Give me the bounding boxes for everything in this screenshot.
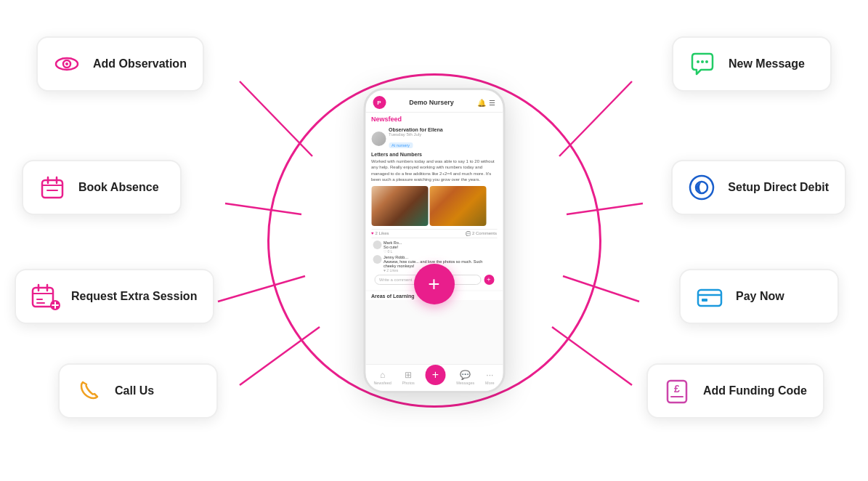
call-us-icon-container (73, 375, 105, 407)
footer-messages-label: Messages (456, 381, 474, 385)
bank-icon (686, 171, 718, 203)
funding-icon: £ (661, 375, 693, 407)
phone-title: Demo Nursery (409, 99, 454, 106)
footer-add-button[interactable]: + (425, 365, 445, 385)
card-request-session[interactable]: Request Extra Session (15, 269, 214, 324)
svg-text:£: £ (674, 383, 680, 395)
newsfeed-label: Newsfeed (365, 113, 503, 124)
photos-icon: ⊞ (405, 370, 412, 380)
obs-image-2 (429, 186, 486, 226)
add-observation-label: Add Observation (93, 57, 187, 70)
add-observation-icon-container (51, 48, 83, 80)
footer-newsfeed-label: Newsfeed (373, 381, 391, 385)
phone-footer: ⌂ Newsfeed ⊞ Photos + 💬 Messages ··· Mor… (365, 364, 503, 391)
svg-point-28 (690, 176, 713, 199)
phone-body: Newsfeed Observation for Ellena Tuesday … (365, 113, 503, 364)
obs-image-1 (371, 186, 428, 226)
calendar-extra-icon (29, 280, 61, 312)
comment-avatar-2 (373, 255, 381, 264)
book-absence-label: Book Absence (78, 181, 159, 194)
svg-rect-30 (698, 290, 721, 306)
eye-icon (52, 49, 81, 78)
comment-avatar-1 (373, 240, 381, 249)
comment-like-1: ♡ 0 L (384, 249, 402, 254)
heart-icon: ♥ (371, 231, 374, 235)
svg-point-26 (701, 60, 704, 63)
comment-icon: 💬 (466, 231, 471, 236)
new-message-icon-container (686, 48, 718, 80)
message-icon (688, 49, 717, 78)
footer-photos-label: Photos (402, 381, 415, 385)
card-call-us[interactable]: Call Us (58, 363, 218, 419)
pay-now-icon-container (694, 280, 726, 312)
new-message-label: New Message (729, 57, 805, 70)
calendar-icon (38, 173, 67, 202)
footer-more[interactable]: ··· More (485, 370, 495, 385)
menu-icon: ☰ (489, 99, 495, 107)
pay-now-label: Pay Now (736, 290, 784, 303)
messages-icon: 💬 (460, 370, 471, 380)
setup-debit-label: Setup Direct Debit (728, 181, 829, 194)
comments-count: 2 Comments (472, 231, 497, 235)
comment-send-button[interactable]: + (484, 275, 494, 285)
comment-1: Mark Ro... So cute! ♡ 0 L (373, 240, 495, 254)
svg-point-27 (705, 60, 708, 63)
more-icon: ··· (486, 370, 493, 380)
svg-rect-16 (33, 288, 53, 307)
svg-point-25 (697, 60, 699, 63)
funding-code-label: Add Funding Code (703, 384, 807, 397)
app-logo: P (373, 96, 386, 109)
card-funding-code[interactable]: £ Add Funding Code (646, 363, 824, 419)
footer-messages[interactable]: 💬 Messages (456, 370, 474, 385)
card-book-absence[interactable]: Book Absence (22, 160, 182, 215)
obs-avatar (371, 132, 386, 146)
obs-title: Letters and Numbers (371, 152, 497, 157)
obs-name: Observation for Ellena (389, 127, 497, 132)
bell-icon: 🔔 (477, 99, 486, 107)
card-new-message[interactable]: New Message (672, 36, 832, 92)
card-pay-now[interactable]: Pay Now (679, 269, 839, 324)
call-us-label: Call Us (115, 384, 154, 397)
likes-action[interactable]: ♥ 2 Likes (371, 231, 389, 236)
setup-debit-icon-container (686, 171, 718, 203)
svg-rect-32 (702, 299, 707, 302)
phone-mockup: P Demo Nursery 🔔 ☰ Newsfeed Observation … (363, 88, 505, 393)
obs-text: Worked with numbers today and was able t… (371, 158, 497, 183)
card-setup-debit[interactable]: Setup Direct Debit (671, 160, 846, 215)
book-absence-icon-container (36, 171, 68, 203)
comment-author-1: Mark Ro... (384, 240, 402, 245)
footer-newsfeed[interactable]: ⌂ Newsfeed (373, 370, 391, 385)
obs-actions: ♥ 2 Likes 💬 2 Comments (371, 229, 497, 238)
request-session-label: Request Extra Session (71, 290, 197, 303)
obs-images (371, 186, 497, 226)
card-icon (695, 282, 724, 311)
obs-tag: At nursery (389, 142, 413, 148)
obs-date: Tuesday 5th July (389, 132, 497, 137)
funding-code-icon-container: £ (661, 375, 693, 407)
footer-more-label: More (485, 381, 495, 385)
scene: P Demo Nursery 🔔 ☰ Newsfeed Observation … (0, 0, 868, 481)
likes-count: 2 Likes (376, 231, 389, 235)
comments-action[interactable]: 💬 2 Comments (466, 231, 497, 236)
footer-photos[interactable]: ⊞ Photos (402, 370, 415, 385)
phone-icon (74, 376, 103, 405)
phone-header: P Demo Nursery 🔔 ☰ (365, 90, 503, 113)
phone-header-icons: 🔔 ☰ (477, 99, 495, 107)
card-add-observation[interactable]: Add Observation (36, 36, 204, 92)
svg-point-10 (65, 62, 68, 65)
request-session-icon-container (29, 280, 61, 312)
home-icon: ⌂ (380, 370, 385, 380)
svg-rect-11 (42, 180, 62, 198)
fab-button[interactable]: + (414, 264, 455, 304)
